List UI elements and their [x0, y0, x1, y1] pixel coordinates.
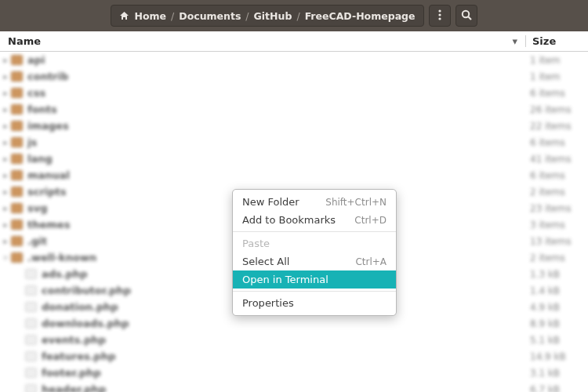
- menu-separator: [233, 291, 396, 292]
- menu-item[interactable]: Select AllCtrl+A: [233, 252, 396, 270]
- folder-row[interactable]: ▸js6 items: [0, 134, 588, 151]
- context-menu: New FolderShift+Ctrl+NAdd to BookmarksCt…: [232, 189, 397, 316]
- folder-row[interactable]: ▸manual6 items: [0, 167, 588, 183]
- breadcrumb-item[interactable]: FreeCAD-Homepage: [302, 10, 419, 22]
- column-header-name[interactable]: Name ▾: [0, 35, 525, 47]
- menu-item: Paste: [233, 234, 396, 252]
- disclosure-icon: ▸: [0, 138, 11, 147]
- file-icon: [25, 384, 37, 392]
- disclosure-icon: ▸: [0, 122, 11, 130]
- folder-icon: [11, 55, 23, 65]
- item-size: 2 items: [525, 187, 588, 198]
- folder-icon: [11, 137, 23, 147]
- disclosure-icon: ▸: [0, 105, 11, 114]
- item-name: css: [27, 87, 525, 99]
- folder-icon: [11, 104, 23, 114]
- toolbar: Home/Documents/GitHub/FreeCAD-Homepage: [0, 0, 588, 31]
- menu-item-accelerator: Ctrl+D: [354, 215, 387, 226]
- file-icon: [25, 302, 37, 312]
- file-icon: [25, 285, 37, 296]
- folder-icon: [11, 154, 23, 164]
- column-header: Name ▾ Size: [0, 31, 588, 52]
- breadcrumb-item[interactable]: Home: [116, 10, 169, 22]
- file-icon: [25, 368, 37, 378]
- sort-indicator-icon: ▾: [512, 35, 517, 47]
- column-header-size[interactable]: Size: [525, 35, 588, 47]
- menu-item-label: Paste: [242, 238, 270, 249]
- breadcrumb: Home/Documents/GitHub/FreeCAD-Homepage: [111, 5, 423, 27]
- file-row[interactable]: events.php5.1 kB: [0, 332, 588, 348]
- file-row[interactable]: footer.php3.1 kB: [0, 365, 588, 381]
- disclosure-icon: ▸: [0, 237, 11, 245]
- disclosure-icon: ▸: [0, 154, 11, 163]
- folder-icon: [11, 236, 23, 246]
- item-size: 22 items: [525, 121, 588, 132]
- item-name: contrib: [27, 71, 525, 82]
- item-size: 5.1 kB: [525, 335, 588, 346]
- folder-icon: [11, 71, 23, 82]
- disclosure-icon: ▸: [0, 220, 11, 229]
- item-size: 4.9 kB: [525, 302, 588, 313]
- disclosure-icon: ▸: [0, 204, 11, 212]
- breadcrumb-separator: /: [295, 10, 301, 22]
- home-icon: [119, 11, 129, 20]
- item-size: 1.3 kB: [525, 269, 588, 280]
- disclosure-icon: ▸: [0, 89, 11, 97]
- folder-row[interactable]: ▸fonts26 items: [0, 101, 588, 118]
- menu-item-label: Open in Terminal: [242, 274, 328, 285]
- file-row[interactable]: features.php14.9 kB: [0, 348, 588, 365]
- menu-separator: [233, 231, 396, 232]
- menu-item-label: Properties: [242, 297, 294, 309]
- file-row[interactable]: downloads.php8.9 kB: [0, 315, 588, 332]
- disclosure-icon: ▸: [0, 187, 11, 196]
- item-name: features.php: [42, 350, 525, 362]
- folder-row[interactable]: ▸lang41 items: [0, 151, 588, 167]
- kebab-icon: [438, 9, 441, 23]
- item-name: downloads.php: [42, 318, 525, 329]
- folder-icon: [11, 220, 23, 230]
- item-size: 1.4 kB: [525, 285, 588, 296]
- menu-item[interactable]: Open in Terminal: [233, 270, 396, 289]
- breadcrumb-item[interactable]: GitHub: [251, 10, 296, 22]
- folder-icon: [11, 121, 23, 131]
- menu-item[interactable]: Add to BookmarksCtrl+D: [233, 211, 396, 229]
- disclosure-icon: ▸: [0, 72, 11, 81]
- item-size: 2 items: [525, 252, 588, 263]
- file-listing: ▸api1 item▸contrib1 item▸css6 items▸font…: [0, 52, 588, 392]
- menu-item[interactable]: New FolderShift+Ctrl+N: [233, 193, 396, 211]
- file-row[interactable]: header.php6.7 kB: [0, 381, 588, 392]
- disclosure-icon: ▿: [0, 253, 11, 262]
- item-size: 14.9 kB: [525, 351, 588, 362]
- folder-icon: [11, 252, 23, 263]
- item-name: js: [27, 136, 525, 148]
- folder-icon: [11, 170, 23, 180]
- item-size: 6.7 kB: [525, 384, 588, 393]
- menu-item-accelerator: Ctrl+A: [355, 256, 387, 267]
- item-size: 6 items: [525, 170, 588, 181]
- folder-row[interactable]: ▸css6 items: [0, 85, 588, 101]
- svg-point-2: [438, 17, 441, 20]
- item-name: lang: [27, 153, 525, 165]
- search-icon: [461, 9, 472, 23]
- item-name: api: [27, 54, 525, 66]
- item-size: 6 items: [525, 88, 588, 99]
- breadcrumb-separator: /: [169, 10, 176, 22]
- item-name: footer.php: [42, 367, 525, 379]
- item-name: manual: [27, 169, 525, 181]
- menu-button[interactable]: [429, 5, 451, 27]
- folder-row[interactable]: ▸api1 item: [0, 52, 588, 68]
- item-size: 3.1 kB: [525, 368, 588, 379]
- folder-icon: [11, 187, 23, 197]
- breadcrumb-item[interactable]: Documents: [176, 10, 244, 22]
- folder-row[interactable]: ▸contrib1 item: [0, 68, 588, 85]
- menu-item[interactable]: Properties: [233, 294, 396, 312]
- item-size: 6 items: [525, 137, 588, 148]
- item-name: images: [27, 120, 525, 132]
- file-icon: [25, 318, 37, 328]
- folder-icon: [11, 203, 23, 213]
- search-button[interactable]: [456, 5, 477, 27]
- disclosure-icon: ▸: [0, 171, 11, 180]
- file-icon: [25, 335, 37, 345]
- folder-row[interactable]: ▸images22 items: [0, 118, 588, 134]
- item-size: 8.9 kB: [525, 318, 588, 329]
